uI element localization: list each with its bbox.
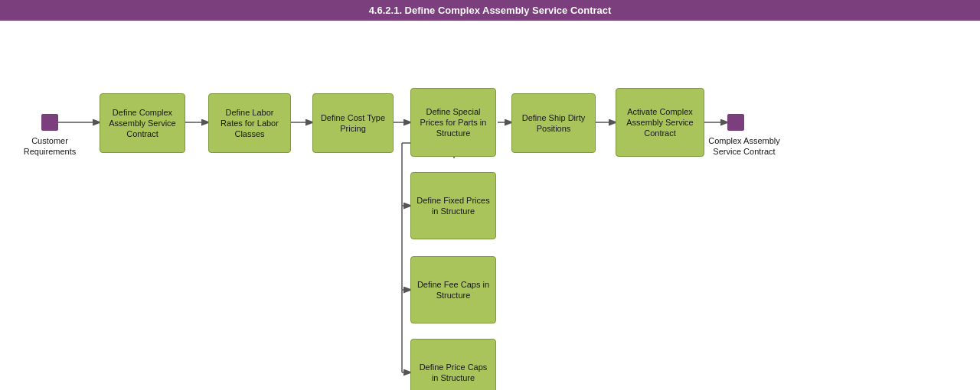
end-endpoint [727,114,744,131]
page-title: 4.6.2.1. Define Complex Assembly Service… [369,5,612,16]
node-define-cost-type[interactable]: Define Cost Type Pricing [312,93,394,153]
end-label: Complex Assembly Service Contract [706,135,782,158]
diagram-area: Customer Requirements Define Complex Ass… [0,21,980,389]
title-bar: 4.6.2.1. Define Complex Assembly Service… [0,0,980,21]
node-define-fixed-prices[interactable]: Define Fixed Prices in Structure [410,172,496,239]
start-endpoint [41,114,58,131]
node-define-labor-rates[interactable]: Define Labor Rates for Labor Classes [208,93,291,153]
node-activate-complex[interactable]: Activate Complex Assembly Service Contra… [616,88,704,157]
node-define-special-prices[interactable]: Define Special Prices for Parts in Struc… [410,88,496,157]
node-define-ship-dirty[interactable]: Define Ship Dirty Positions [511,93,596,153]
node-define-complex-assembly[interactable]: Define Complex Assembly Service Contract [100,93,185,153]
start-label: Customer Requirements [23,135,77,158]
node-define-fee-caps[interactable]: Define Fee Caps in Structure [410,256,496,323]
node-define-price-caps[interactable]: Define Price Caps in Structure [410,339,496,390]
